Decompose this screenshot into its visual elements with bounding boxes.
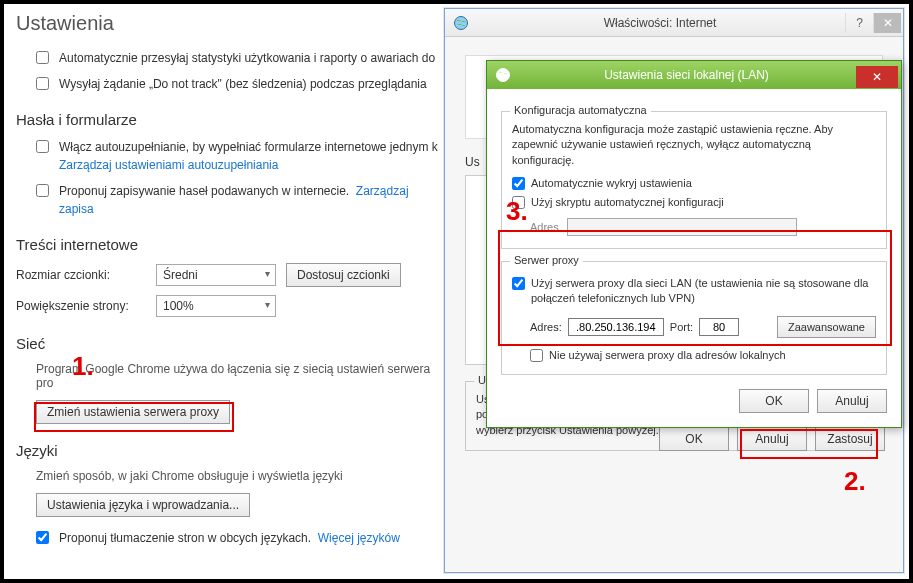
offer-translate-label: Proponuj tłumaczenie stron w obcych języ… bbox=[59, 529, 446, 547]
offer-translate-checkbox[interactable] bbox=[36, 531, 49, 544]
send-stats-label: Automatycznie przesyłaj statystyki użytk… bbox=[59, 49, 446, 67]
annotation-2: 2. bbox=[844, 466, 866, 497]
proxy-port-input[interactable] bbox=[699, 318, 739, 336]
ok-button[interactable]: OK bbox=[659, 427, 729, 451]
customize-fonts-button[interactable]: Dostosuj czcionki bbox=[286, 263, 401, 287]
network-desc: Program Google Chrome używa do łączenia … bbox=[36, 362, 446, 390]
autofill-label: Włącz autouzupełnianie, by wypełniać for… bbox=[59, 138, 446, 174]
auto-config-legend: Konfiguracja automatyczna bbox=[510, 104, 651, 116]
lan-titlebar[interactable]: Ustawienia sieci lokalnej (LAN) ✕ bbox=[487, 61, 901, 89]
dnt-checkbox[interactable] bbox=[36, 77, 49, 90]
page-zoom-label: Powiększenie strony: bbox=[16, 299, 146, 313]
lan-settings-window: Ustawienia sieci lokalnej (LAN) ✕ Konfig… bbox=[486, 60, 902, 428]
inetprops-title: Właściwości: Internet bbox=[475, 16, 845, 30]
annotation-3: 3. bbox=[506, 196, 528, 227]
more-languages-link[interactable]: Więcej języków bbox=[318, 531, 400, 545]
autofill-checkbox[interactable] bbox=[36, 140, 49, 153]
page-zoom-select[interactable]: 100% bbox=[156, 295, 276, 317]
font-size-select[interactable]: Średni bbox=[156, 264, 276, 286]
svg-point-0 bbox=[455, 16, 468, 29]
cancel-button[interactable]: Anuluj bbox=[737, 427, 807, 451]
use-script-label: Użyj skryptu automatycznej konfiguracji bbox=[531, 195, 724, 210]
manage-autofill-link[interactable]: Zarządzaj ustawieniami autouzupełniania bbox=[59, 158, 278, 172]
proxy-address-label: Adres: bbox=[530, 321, 562, 333]
send-stats-checkbox[interactable] bbox=[36, 51, 49, 64]
chrome-settings-panel: Ustawienia Automatycznie przesyłaj staty… bbox=[16, 12, 446, 555]
close-button[interactable]: ✕ bbox=[873, 13, 901, 33]
webcontent-header: Treści internetowe bbox=[16, 236, 446, 253]
passwords-header: Hasła i formularze bbox=[16, 111, 446, 128]
lan-title: Ustawienia sieci lokalnej (LAN) bbox=[517, 68, 856, 82]
bypass-local-checkbox[interactable] bbox=[530, 349, 543, 362]
proxy-group-legend: Serwer proxy bbox=[510, 254, 583, 266]
proxy-port-label: Port: bbox=[670, 321, 693, 333]
languages-desc: Zmień sposób, w jaki Chrome obsługuje i … bbox=[36, 469, 446, 483]
close-button[interactable]: ✕ bbox=[856, 66, 898, 88]
use-proxy-checkbox[interactable] bbox=[512, 277, 525, 290]
offer-save-label: Proponuj zapisywanie haseł podawanych w … bbox=[59, 182, 446, 218]
offer-save-checkbox[interactable] bbox=[36, 184, 49, 197]
script-address-label: Adres bbox=[530, 221, 559, 233]
network-header: Sieć bbox=[16, 335, 446, 352]
cancel-button[interactable]: Anuluj bbox=[817, 389, 887, 413]
annotation-1: 1. bbox=[72, 351, 94, 382]
globe-icon bbox=[453, 15, 469, 31]
apply-button[interactable]: Zastosuj bbox=[815, 427, 885, 451]
script-address-input bbox=[567, 218, 797, 236]
page-title: Ustawienia bbox=[16, 12, 446, 35]
use-proxy-label: Użyj serwera proxy dla sieci LAN (te ust… bbox=[531, 276, 876, 306]
change-proxy-button[interactable]: Zmień ustawienia serwera proxy bbox=[36, 400, 230, 424]
globe-icon bbox=[495, 67, 511, 83]
auto-config-desc: Automatyczna konfiguracja może zastąpić … bbox=[512, 122, 876, 168]
advanced-button[interactable]: Zaawansowane bbox=[777, 316, 876, 338]
language-settings-button[interactable]: Ustawienia języka i wprowadzania... bbox=[36, 493, 250, 517]
languages-header: Języki bbox=[16, 442, 446, 459]
inetprops-titlebar[interactable]: Właściwości: Internet ? ✕ bbox=[445, 9, 903, 37]
font-size-label: Rozmiar czcionki: bbox=[16, 268, 146, 282]
svg-point-1 bbox=[497, 69, 510, 82]
dnt-label: Wysyłaj żądanie „Do not track" (bez śled… bbox=[59, 75, 446, 93]
bypass-local-label: Nie używaj serwera proxy dla adresów lok… bbox=[549, 348, 786, 363]
help-button[interactable]: ? bbox=[845, 13, 873, 33]
ok-button[interactable]: OK bbox=[739, 389, 809, 413]
auto-detect-label: Automatycznie wykryj ustawienia bbox=[531, 176, 692, 191]
proxy-address-input[interactable] bbox=[568, 318, 664, 336]
auto-detect-checkbox[interactable] bbox=[512, 177, 525, 190]
